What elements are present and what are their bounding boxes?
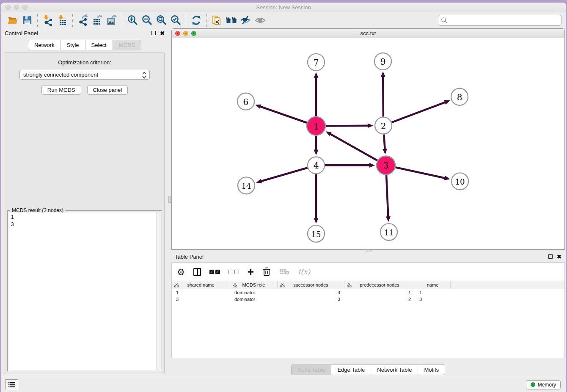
network-canvas[interactable]: 7968124314101511 <box>172 38 564 249</box>
close-panel-button[interactable]: Close panel <box>87 85 128 95</box>
run-mcds-button[interactable]: Run MCDS <box>41 85 81 95</box>
import-network-button[interactable] <box>41 14 55 27</box>
task-history-button[interactable] <box>6 379 18 390</box>
table-row[interactable]: 1dominator411 <box>172 289 564 296</box>
float-table-panel-icon[interactable] <box>548 254 553 259</box>
zoom-fit-button[interactable] <box>154 14 168 27</box>
select-all-rows-button[interactable]: ✓✓ <box>209 265 220 278</box>
tab-network[interactable]: Network <box>28 40 61 50</box>
cell-predecessor-nodes[interactable]: 1 <box>344 289 415 296</box>
mcds-result-text[interactable]: 13 <box>8 213 156 370</box>
edge-3-10[interactable] <box>395 167 445 178</box>
column-header-MCDS-role[interactable]: MCDS role <box>230 281 278 289</box>
first-neighbors-button[interactable] <box>224 14 239 27</box>
graph-node-label-11: 11 <box>384 228 394 237</box>
graph-node-label-8: 8 <box>457 92 462 102</box>
zoom-out-icon <box>141 14 153 26</box>
tab-node-table[interactable]: Node Table <box>291 364 332 375</box>
node-table: shared nameMCDS rolesuccessor nodesprede… <box>171 281 565 358</box>
optimization-criterion-label: Optimization criterion: <box>5 59 164 66</box>
network-window-titlebar: × − + scc.txt <box>172 29 564 38</box>
column-header-name[interactable]: name <box>415 281 451 289</box>
cell-name[interactable]: 3 <box>415 296 451 303</box>
result-scrollbar[interactable] <box>156 213 161 370</box>
zoom-out-button[interactable] <box>140 14 154 27</box>
graph-node-label-7: 7 <box>314 58 319 68</box>
cell-shared-name[interactable]: 3 <box>172 296 230 303</box>
zoom-selected-button[interactable] <box>168 14 183 27</box>
deselect-all-rows-button[interactable] <box>228 265 239 278</box>
unchecked-boxes-icon <box>228 270 239 274</box>
zoom-in-button[interactable] <box>125 14 140 27</box>
cell-MCDS-role[interactable]: dominator <box>230 289 278 296</box>
apply-layout-button[interactable] <box>189 14 204 27</box>
cell-predecessor-nodes[interactable]: 2 <box>344 296 415 303</box>
save-session-button[interactable] <box>20 14 34 27</box>
column-header-successor-nodes[interactable]: successor nodes <box>278 281 344 289</box>
main-toolbar <box>1 12 566 28</box>
close-table-panel-icon[interactable]: ✖ <box>557 254 561 259</box>
tab-edge-table[interactable]: Edge Table <box>331 364 371 375</box>
edge-1-2[interactable] <box>326 126 369 126</box>
duplicate-network-button[interactable] <box>210 14 224 27</box>
search-box <box>438 15 561 26</box>
panel-splitter[interactable] <box>168 28 171 377</box>
export-image-button[interactable] <box>105 14 119 27</box>
export-table-button[interactable] <box>90 14 105 27</box>
delete-column-button[interactable] <box>262 265 271 278</box>
hide-graphics-details-button[interactable] <box>239 14 253 27</box>
edge-3-11[interactable] <box>386 175 388 217</box>
toggle-columns-button[interactable] <box>193 265 201 278</box>
edge-arrowhead <box>381 72 385 77</box>
edge-2-9[interactable] <box>383 76 383 117</box>
network-view-title: scc.txt <box>172 30 564 36</box>
horizontal-splitter-handle[interactable] <box>365 250 372 251</box>
show-details-eye-icon <box>254 16 266 25</box>
cell-successor-nodes[interactable]: 3 <box>278 296 344 303</box>
plus-icon: + <box>248 268 254 276</box>
list-icon <box>8 382 15 388</box>
open-session-button[interactable] <box>6 14 20 27</box>
edge-3-1[interactable] <box>330 134 377 160</box>
memory-button[interactable]: Memory <box>526 380 561 389</box>
tab-select[interactable]: Select <box>85 40 113 50</box>
search-input[interactable] <box>438 15 561 26</box>
table-panel: Table Panel ✖ ⚙ ✓✓ + <box>171 252 565 377</box>
splitter-handle[interactable] <box>168 196 171 203</box>
table-row[interactable]: 3dominator323 <box>172 296 564 303</box>
import-table-button[interactable] <box>55 14 69 27</box>
tab-style[interactable]: Style <box>61 40 85 50</box>
trash-icon <box>262 267 271 276</box>
toolbar-separator <box>206 14 207 27</box>
edge-1-6[interactable] <box>260 106 307 123</box>
show-graphics-details-button[interactable] <box>253 14 267 27</box>
cell-shared-name[interactable]: 1 <box>172 289 230 296</box>
edge-2-8[interactable] <box>392 102 446 122</box>
horizontal-splitter[interactable] <box>171 250 565 252</box>
criterion-select[interactable]: strongly connected component <box>19 70 150 80</box>
save-icon <box>22 15 33 25</box>
column-header-predecessor-nodes[interactable]: predecessor nodes <box>344 281 415 289</box>
tab-mcds[interactable]: MCDS <box>113 40 141 50</box>
duplicate-network-icon <box>211 14 223 26</box>
import-table-icon <box>57 14 68 26</box>
edge-4-14[interactable] <box>261 168 308 181</box>
edge-2-3[interactable] <box>384 135 385 150</box>
tab-network-table[interactable]: Network Table <box>371 364 418 375</box>
graph-node-label-2: 2 <box>381 121 386 131</box>
delete-table-icon <box>279 268 289 276</box>
node-table-rows: 1dominator4113dominator323 <box>172 289 564 303</box>
tab-motifs[interactable]: Motifs <box>418 364 445 375</box>
cell-name[interactable]: 1 <box>415 289 451 296</box>
float-panel-icon[interactable] <box>151 31 156 35</box>
create-column-button[interactable]: + <box>248 265 254 278</box>
column-header-shared-name[interactable]: shared name <box>172 281 230 289</box>
table-settings-button[interactable]: ⚙ <box>177 265 185 278</box>
cell-MCDS-role[interactable]: dominator <box>230 296 278 303</box>
export-network-button[interactable] <box>76 14 90 27</box>
cell-successor-nodes[interactable]: 4 <box>278 289 344 296</box>
edge-arrowhead <box>256 105 261 109</box>
function-builder-button-disabled: f(x) <box>298 265 310 278</box>
network-graph[interactable]: 7968124314101511 <box>172 38 564 249</box>
close-panel-icon[interactable]: ✖ <box>160 30 165 36</box>
